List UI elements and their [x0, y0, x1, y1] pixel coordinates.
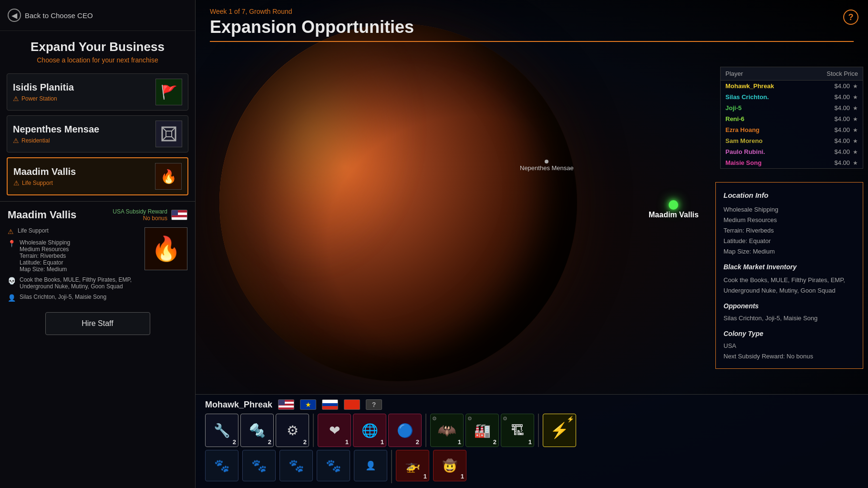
lb-star-7: ★: [853, 160, 858, 166]
loc-shipping: Wholesale Shipping: [723, 204, 855, 215]
lb-star-0: ★: [853, 83, 858, 90]
gear-icon-8: ⚙: [467, 416, 472, 422]
location-info-box: Location Info Wholesale Shipping Medium …: [715, 182, 863, 369]
item-count-6: 2: [416, 438, 419, 446]
item-slot-9[interactable]: ⚙ 🏗 1: [501, 414, 534, 447]
item-slot-7[interactable]: ⚙ 🦇 1: [430, 414, 464, 447]
warning-icon-maadim: ⚠: [13, 179, 20, 187]
item-icon-b5: 👤: [365, 460, 376, 471]
loc-bm-items: Cook the Books, MULE, Filthy Pirates, EM…: [723, 275, 855, 296]
detail-row-location: 📍 Wholesale ShippingMedium ResourcesTerr…: [8, 239, 140, 273]
item-icon-4: ❤: [329, 423, 340, 438]
item-slot-6[interactable]: 🔵 2: [388, 414, 422, 447]
lb-row: Maisie Song $4.00 ★: [721, 157, 863, 168]
lb-row: Paulo Rubini. $4.00 ★: [721, 146, 863, 157]
location-icon-nepenthes: [155, 121, 182, 147]
back-button[interactable]: ◀ Back to Choose CEO: [0, 0, 195, 31]
item-icon-b2: 🐾: [251, 458, 267, 473]
help-button[interactable]: ?: [843, 10, 858, 25]
warning-icon-nepenthes: ⚠: [13, 137, 19, 144]
location-item-info-nepenthes: Nepenthes Mensae ⚠ Residential: [13, 124, 155, 144]
lb-name-5: Sam Moreno: [725, 137, 763, 144]
main-panel: Week 1 of 7, Growth Round Expansion Oppo…: [196, 0, 868, 488]
location-item-isidis[interactable]: Isidis Planitia ⚠ Power Station 🚩: [7, 73, 188, 111]
location-warning-maadim: ⚠ Life Support: [13, 179, 155, 187]
lb-price-0: $4.00: [834, 82, 850, 90]
loc-colony-type: USA: [723, 341, 855, 351]
item-slot-b2[interactable]: 🐾: [242, 450, 276, 481]
item-slot-1[interactable]: 🔧 2: [205, 414, 238, 447]
flag-usa: [278, 399, 294, 410]
item-icon-6: 🔵: [397, 423, 413, 438]
usa-flag-icon: [171, 210, 187, 220]
item-slot-b4[interactable]: 🐾: [317, 450, 350, 481]
detail-rows: ⚠ Life Support 📍 Wholesale ShippingMediu…: [8, 227, 187, 305]
item-slot-4[interactable]: ❤ 1: [318, 414, 351, 447]
item-slot-5[interactable]: 🌐 1: [353, 414, 386, 447]
player-name-label: Mohawk_Phreak: [205, 400, 272, 410]
item-slot-b5[interactable]: 👤: [354, 450, 387, 481]
lb-name-2: Joji-5: [725, 104, 742, 112]
gear-icon-7: ⚙: [432, 416, 437, 422]
item-slot-b7[interactable]: 🤠 1: [433, 450, 466, 481]
warning-icon-isidis: ⚠: [13, 95, 19, 102]
bottom-bar: Mohawk_Phreak ★ ? 🔧 2 🔩 2 ⚙ 2: [196, 394, 868, 488]
lb-name-1: Silas Crichton.: [725, 93, 769, 101]
lb-name-4: Ezra Hoang: [725, 126, 760, 133]
location-list: Isidis Planitia ⚠ Power Station 🚩 Nepent…: [0, 68, 195, 201]
loc-bm-title: Black Market Inventory: [723, 262, 855, 273]
location-warning-nepenthes: ⚠ Residential: [13, 137, 155, 144]
location-name-maadim: Maadim Vallis: [13, 166, 155, 177]
item-icon-9: 🏗: [511, 423, 524, 438]
location-item-info-maadim: Maadim Vallis ⚠ Life Support: [13, 166, 155, 187]
loc-mapsize: Map Size: Medium: [723, 246, 855, 257]
item-icon-10: ⚡: [550, 421, 569, 439]
item-slot-b3[interactable]: 🐾: [279, 450, 313, 481]
item-icon-8: 🏭: [474, 423, 491, 438]
lb-star-1: ★: [853, 94, 858, 101]
detail-row-person: 👤 Silas Crichton, Joji-5, Maisie Song: [8, 294, 140, 302]
item-slot-b1[interactable]: 🐾: [205, 450, 238, 481]
item-slot-3[interactable]: ⚙ 2: [276, 414, 309, 447]
location-item-maadim[interactable]: Maadim Vallis ⚠ Life Support 🔥: [7, 157, 188, 195]
location-name-nepenthes: Nepenthes Mensae: [13, 124, 155, 135]
detail-icon-large: 🔥: [145, 227, 187, 270]
lb-name-6: Paulo Rubini.: [725, 148, 765, 155]
detail-header: Maadim Vallis USA Subsidy Reward No bonu…: [8, 208, 187, 222]
item-count-2: 2: [268, 438, 271, 446]
item-slot-10[interactable]: ⚡ ⚡: [543, 414, 576, 447]
expand-heading: Expand Your Business: [10, 40, 186, 54]
lightning-icon-10: ⚡: [567, 416, 574, 423]
item-icon-2: 🔩: [249, 423, 266, 438]
item-count-9: 1: [528, 438, 532, 446]
lb-star-4: ★: [853, 127, 858, 133]
lb-price-5: $4.00: [834, 137, 850, 144]
item-icon-b1: 🐾: [214, 458, 229, 473]
item-slot-b6[interactable]: 🚁 1: [396, 450, 429, 481]
item-count-4: 1: [345, 438, 349, 446]
loc-subsidy-label-text: Next Subsidy Reward:: [723, 353, 785, 360]
lb-star-2: ★: [853, 105, 858, 112]
top-header: Week 1 of 7, Growth Round Expansion Oppo…: [196, 0, 868, 50]
expand-subtitle: Choose a location for your next franchis…: [10, 56, 186, 64]
item-icon-1: 🔧: [214, 423, 230, 438]
lb-name-7: Maisie Song: [725, 159, 762, 166]
separator-1: [313, 414, 314, 447]
item-slot-8[interactable]: ⚙ 🏭 2: [465, 414, 499, 447]
loc-terrain: Terrain: Riverbeds: [723, 225, 855, 236]
lb-price-4: $4.00: [834, 126, 850, 133]
page-title: Expansion Opportunities: [210, 17, 854, 37]
detail-skull-icon: 💀: [8, 277, 16, 285]
location-warning-text-nepenthes: Residential: [21, 137, 50, 144]
item-slot-2[interactable]: 🔩 2: [240, 414, 274, 447]
lb-star-6: ★: [853, 149, 858, 155]
location-item-nepenthes[interactable]: Nepenthes Mensae ⚠ Residential: [7, 115, 188, 152]
loc-resources: Medium Resources: [723, 215, 855, 225]
item-count-b6: 1: [424, 473, 427, 480]
detail-name: Maadim Vallis: [8, 209, 76, 221]
loc-latitude: Latitude: Equator: [723, 236, 855, 246]
lb-row: Mohawk_Phreak $4.00 ★: [721, 81, 863, 92]
location-item-info-isidis: Isidis Planitia ⚠ Power Station: [13, 82, 155, 102]
separator-b: [391, 450, 392, 483]
hire-staff-button[interactable]: Hire Staff: [45, 312, 150, 335]
